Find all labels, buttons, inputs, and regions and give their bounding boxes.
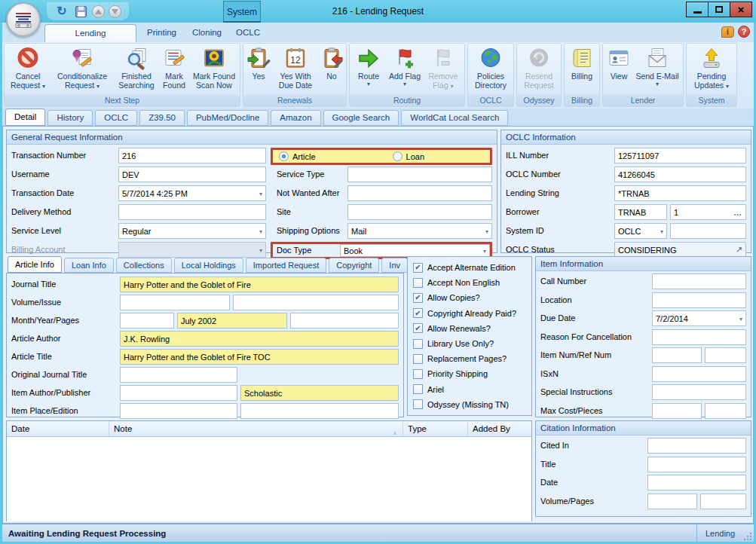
column-header-type[interactable]: Type — [403, 421, 468, 436]
item-edition-field[interactable] — [240, 403, 399, 419]
view-button[interactable]: View — [604, 44, 633, 95]
pending-updates-button[interactable]: Pending Updates ▾ — [688, 44, 735, 95]
tab-google-search[interactable]: Google Search — [323, 110, 399, 126]
notes-table-body[interactable] — [7, 437, 531, 521]
citation-date-field[interactable] — [647, 475, 746, 491]
tab-loan-info[interactable]: Loan Info — [64, 258, 114, 273]
tab-z3950[interactable]: Z39.50 — [139, 110, 185, 126]
ref-num-field[interactable] — [705, 347, 746, 363]
minimize-button[interactable] — [686, 2, 709, 17]
cancel-request-button[interactable]: Cancel Request ▾ — [6, 44, 50, 95]
checkbox-replacement-pages[interactable]: Replacement Pages? — [413, 354, 526, 364]
due-date-combo[interactable]: 7/2/2014▾ — [652, 310, 746, 326]
ribbon-tab-lending-processing[interactable]: Lending Processing — [44, 24, 136, 42]
checkbox-library-use-only[interactable]: Library Use Only? — [413, 339, 526, 349]
renew-yes-button[interactable]: Yes — [245, 44, 272, 95]
shipping-options-combo[interactable]: Mail▾ — [347, 223, 492, 239]
help-icon[interactable]: ? — [738, 26, 750, 38]
month-field[interactable] — [120, 313, 174, 329]
column-header-date[interactable]: Date — [7, 421, 109, 436]
transaction-date-combo[interactable]: 5/7/2014 4:25 PM▾ — [118, 185, 266, 201]
isxn-field[interactable] — [652, 366, 746, 382]
checkbox-ariel[interactable]: Ariel — [413, 384, 526, 394]
service-level-combo[interactable]: Regular▾ — [118, 223, 266, 239]
redo-down-icon[interactable] — [109, 5, 121, 18]
policies-directory-button[interactable]: Policies Directory — [470, 44, 512, 95]
item-publisher-field[interactable] — [240, 385, 399, 401]
checkbox-copyright-already-paid[interactable]: ✔ Copyright Already Paid? — [413, 308, 526, 318]
reason-for-cancellation-field[interactable] — [652, 329, 746, 345]
close-button[interactable]: × — [730, 2, 752, 17]
conditionalize-request-button[interactable]: Conditionalize Request ▾ — [50, 44, 115, 95]
volume-field[interactable] — [120, 295, 230, 310]
radio-article[interactable]: Article — [279, 151, 316, 161]
checkbox-allow-copies[interactable]: ✔ Allow Copies? — [413, 293, 526, 303]
status-refresh-icon[interactable]: ↗ — [736, 245, 742, 255]
original-journal-title-field[interactable] — [120, 367, 237, 383]
citation-pages-field[interactable] — [700, 494, 746, 509]
year-field[interactable] — [177, 313, 287, 329]
ribbon-tab-cloning[interactable]: Cloning — [183, 24, 225, 42]
journal-title-field[interactable] — [120, 277, 399, 292]
citation-volume-field[interactable] — [647, 494, 697, 509]
location-field[interactable] — [652, 292, 746, 308]
tab-history[interactable]: History — [47, 110, 93, 126]
tab-worldcat-local-search[interactable]: WorldCat Local Search — [401, 110, 508, 126]
checkbox-accept-alternate-edition[interactable]: ✔ Accept Alternate Edition — [413, 263, 526, 273]
article-title-field[interactable] — [120, 349, 399, 365]
application-menu-button[interactable] — [6, 2, 41, 37]
tab-oclc[interactable]: OCLC — [95, 110, 137, 126]
cited-in-field[interactable] — [647, 438, 746, 454]
radio-loan[interactable]: Loan — [393, 151, 424, 161]
pieces-field[interactable] — [705, 403, 746, 419]
mark-found-scan-now-button[interactable]: Mark Found Scan Now — [190, 44, 238, 95]
borrower-sequence-field[interactable]: 1 … — [670, 204, 746, 220]
issue-field[interactable] — [233, 295, 399, 310]
max-cost-field[interactable] — [652, 403, 702, 419]
tab-local-holdings[interactable]: Local Holdings — [174, 258, 243, 273]
tab-amazon[interactable]: Amazon — [271, 110, 320, 126]
tab-detail[interactable]: Detail — [5, 108, 45, 126]
ribbon-tab-oclc[interactable]: OCLC — [227, 24, 263, 42]
maximize-button[interactable] — [708, 2, 730, 17]
ribbon-tab-printing[interactable]: Printing — [138, 24, 182, 42]
tab-pubmed-docline[interactable]: PubMed/Docline — [187, 110, 268, 126]
route-button[interactable]: Route ▾ — [351, 44, 386, 95]
article-author-field[interactable] — [120, 331, 399, 347]
special-instructions-field[interactable] — [652, 384, 746, 400]
citation-title-field[interactable] — [647, 457, 746, 472]
doc-type-combo[interactable]: Book▾ — [340, 244, 490, 257]
send-email-button[interactable]: Send E-Mail ▾ — [633, 44, 681, 95]
item-num-field[interactable] — [652, 347, 702, 363]
tab-invoice-truncated[interactable]: Inv — [381, 258, 408, 273]
pages-field[interactable] — [290, 313, 399, 329]
ellipsis-browse-icon[interactable]: … — [733, 208, 742, 217]
item-place-field[interactable] — [120, 403, 237, 419]
tab-copyright[interactable]: Copyright — [329, 258, 379, 273]
tab-collections[interactable]: Collections — [116, 258, 172, 273]
resize-grip[interactable] — [743, 524, 754, 542]
not-wanted-after-field[interactable] — [347, 185, 492, 201]
tab-imported-request[interactable]: Imported Request — [246, 258, 326, 273]
checkbox-allow-renewals[interactable]: ✔ Allow Renewals? — [413, 323, 526, 333]
checkbox-odyssey-missing-tn[interactable]: Odyssey (Missing TN) — [413, 399, 526, 409]
renew-no-button[interactable]: No — [319, 44, 344, 95]
billing-button[interactable]: Billing — [566, 44, 598, 95]
renew-yes-with-due-date-button[interactable]: 12 Yes With Due Date — [272, 44, 319, 95]
tab-article-info[interactable]: Article Info — [8, 256, 62, 273]
system-id-combo[interactable]: OCLC▾ — [614, 223, 667, 239]
column-header-added-by[interactable]: Added By — [468, 421, 531, 436]
save-icon[interactable] — [73, 4, 88, 19]
checkbox-accept-non-english[interactable]: Accept Non English — [413, 278, 526, 288]
mark-found-button[interactable]: Mark Found — [158, 44, 190, 95]
feedback-icon[interactable]: i — [721, 26, 734, 38]
contextual-tab-system[interactable]: System — [223, 1, 261, 23]
item-author-field[interactable] — [120, 385, 237, 401]
service-type-field[interactable] — [347, 167, 492, 182]
lending-string-field[interactable] — [614, 185, 746, 201]
call-number-field[interactable] — [652, 274, 746, 289]
oclc-number-field[interactable] — [614, 167, 746, 182]
finished-searching-button[interactable]: Finished Searching — [115, 44, 158, 95]
column-header-note[interactable]: Note ▲ — [109, 421, 403, 436]
refresh-icon[interactable]: ↻ — [54, 4, 69, 19]
